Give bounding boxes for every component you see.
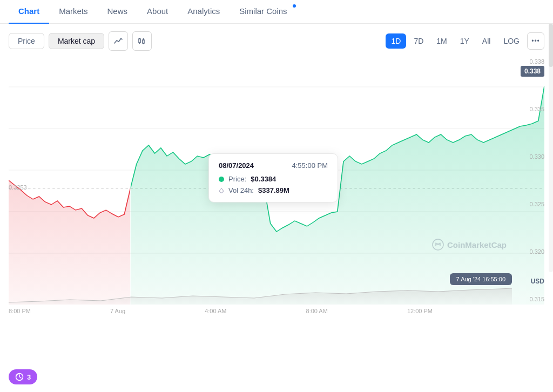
tooltip-vol-row: Vol 24h: $337.89M <box>219 186 328 194</box>
x-label-5: 12:00 PM <box>407 308 433 314</box>
tab-similar-coins[interactable]: Similar Coins <box>230 0 296 24</box>
x-label-2: 7 Aug <box>110 308 125 314</box>
x-label-3: 4:00 AM <box>205 308 226 314</box>
scrollbar-thumb[interactable] <box>549 24 553 67</box>
scroll-badge[interactable]: 3 <box>9 369 37 384</box>
usd-label: USD <box>531 278 544 285</box>
tab-news[interactable]: News <box>98 0 138 24</box>
y-label-3: 0.330 <box>512 153 544 160</box>
price-dot <box>219 177 224 182</box>
scrollbar[interactable] <box>549 24 553 272</box>
tooltip-price-row: Price: $0.3384 <box>219 175 328 183</box>
x-axis: 8:00 PM 7 Aug 4:00 AM 8:00 AM 12:00 PM <box>9 305 512 314</box>
y-label-6: 0.315 <box>512 296 544 302</box>
similar-coins-dot <box>293 4 296 8</box>
tab-analytics[interactable]: Analytics <box>178 0 230 24</box>
y-label-1: 0.338 <box>512 58 544 65</box>
x-label-1: 8:00 PM <box>9 308 31 314</box>
candlestick-icon-button[interactable] <box>132 31 152 51</box>
watermark-text: CoinMarketCap <box>447 240 507 249</box>
y-axis: 0.338 0.335 0.330 0.325 0.320 0.315 <box>512 56 544 305</box>
current-price-badge: 0.338 <box>521 66 544 77</box>
watermark: CoinMarketCap <box>432 239 507 251</box>
toolbar-left: Price Market cap <box>9 31 152 51</box>
svg-rect-0 <box>139 39 140 43</box>
1m-button[interactable]: 1M <box>431 33 452 49</box>
y-label-4: 0.325 <box>512 201 544 207</box>
toolbar: Price Market cap 1D 7D <box>0 24 553 56</box>
tab-chart[interactable]: Chart <box>9 0 49 24</box>
1d-button[interactable]: 1D <box>386 33 406 49</box>
tooltip-vol-value: $337.89M <box>258 186 289 194</box>
all-button[interactable]: All <box>477 33 496 49</box>
line-chart-icon-button[interactable] <box>109 31 128 51</box>
7d-button[interactable]: 7D <box>408 33 429 49</box>
log-button[interactable]: LOG <box>498 33 525 49</box>
market-cap-button[interactable]: Market cap <box>49 33 104 49</box>
chart-tooltip: 08/07/2024 4:55:00 PM Price: $0.3384 Vol… <box>208 153 338 202</box>
tab-markets[interactable]: Markets <box>49 0 97 24</box>
svg-point-14 <box>433 239 443 250</box>
price-button[interactable]: Price <box>9 33 44 49</box>
more-options-button[interactable]: ••• <box>527 32 544 50</box>
dotted-line-label: 0.3253 <box>9 184 27 191</box>
tooltip-vol-label: Vol 24h: <box>228 186 254 194</box>
nav-tabs: Chart Markets News About Analytics Simil… <box>0 0 553 24</box>
scroll-badge-count: 3 <box>27 373 31 381</box>
coinmarketcap-logo-icon <box>432 239 444 251</box>
timestamp-bar: 7 Aug '24 16:55:00 <box>450 273 512 285</box>
chart-container: 0.338 0.335 0.330 0.325 0.320 0.315 0.33… <box>9 56 544 332</box>
tooltip-price-value: $0.3384 <box>251 175 276 183</box>
1y-button[interactable]: 1Y <box>455 33 475 49</box>
mini-chart <box>9 286 512 305</box>
tooltip-price-label: Price: <box>228 175 246 183</box>
tab-about[interactable]: About <box>137 0 178 24</box>
y-label-5: 0.320 <box>512 248 544 255</box>
x-label-4: 8:00 AM <box>306 308 328 314</box>
vol-icon <box>219 188 224 193</box>
tooltip-date: 08/07/2024 <box>219 161 254 170</box>
y-label-2: 0.335 <box>512 106 544 112</box>
history-icon <box>15 373 24 381</box>
svg-rect-3 <box>143 40 144 43</box>
toolbar-right: 1D 7D 1M 1Y All LOG ••• <box>386 32 544 50</box>
line-chart-icon <box>113 36 123 46</box>
candlestick-icon <box>137 36 147 46</box>
tooltip-header: 08/07/2024 4:55:00 PM <box>219 161 328 170</box>
chart-area[interactable]: 0.338 0.335 0.330 0.325 0.320 0.315 0.33… <box>9 56 544 305</box>
tooltip-time: 4:55:00 PM <box>292 161 328 170</box>
